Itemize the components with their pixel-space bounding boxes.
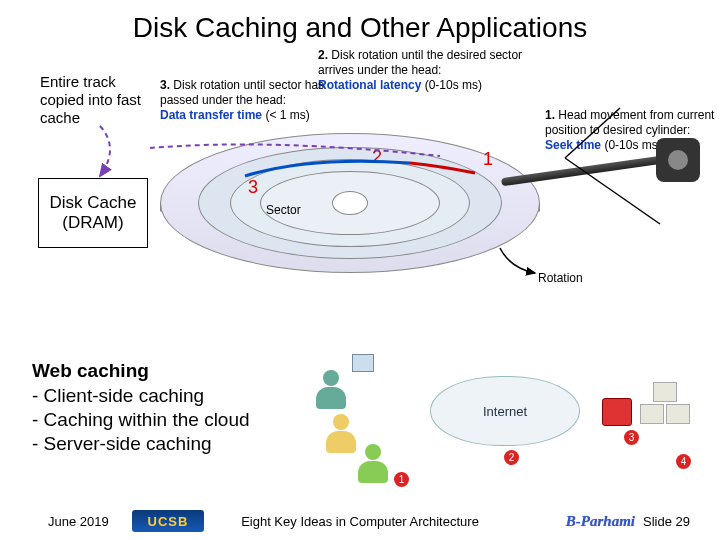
footer-author: B-Parhami xyxy=(566,513,635,530)
disk-cache-box: Disk Cache (DRAM) xyxy=(38,178,148,248)
disk-arm xyxy=(500,130,700,190)
disk-diagram: Entire track copied into fast cache Disk… xyxy=(10,48,710,308)
track-copy-note: Entire track copied into fast cache xyxy=(40,73,150,127)
web-caching-figure: Internet 1 2 3 4 xyxy=(300,358,700,488)
slide-title: Disk Caching and Other Applications xyxy=(0,0,720,48)
web-item-1: - Client-side caching xyxy=(32,384,332,408)
sector-label: Sector xyxy=(266,203,301,218)
slide-footer: June 2019 UCSB Eight Key Ideas in Comput… xyxy=(0,510,720,532)
user-icon-3 xyxy=(356,444,390,484)
web-item-3: - Server-side caching xyxy=(32,432,332,456)
marker-2: 2 xyxy=(372,146,382,169)
badge-3: 3 xyxy=(624,430,639,445)
footer-date: June 2019 xyxy=(48,514,128,529)
badge-4: 4 xyxy=(676,454,691,469)
annotation-step3: 3. Disk rotation until sector has passed… xyxy=(160,78,360,123)
marker-3: 3 xyxy=(248,176,258,199)
browser-icon xyxy=(352,354,374,372)
marker-1: 1 xyxy=(483,148,493,171)
user-icon-2 xyxy=(324,414,358,454)
server-icon xyxy=(602,398,632,426)
rotation-label: Rotation xyxy=(538,271,583,286)
user-icon-1 xyxy=(314,370,348,410)
web-caching-heading: Web caching xyxy=(32,360,332,382)
storage-stack xyxy=(640,382,696,428)
web-caching-text: Web caching - Client-side caching - Cach… xyxy=(32,360,332,455)
internet-cloud: Internet xyxy=(430,376,580,446)
badge-1: 1 xyxy=(394,472,409,487)
badge-2: 2 xyxy=(504,450,519,465)
web-item-2: - Caching within the cloud xyxy=(32,408,332,432)
footer-slide: Slide 29 xyxy=(643,514,690,529)
ucsb-logo: UCSB xyxy=(132,510,204,532)
